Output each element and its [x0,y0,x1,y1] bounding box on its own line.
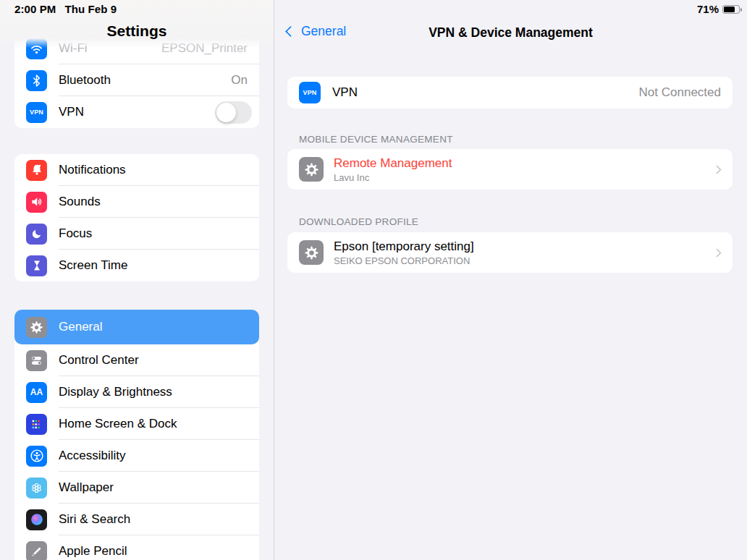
epson-profile-row[interactable]: Epson [temporary setting] SEIKO EPSON CO… [287,232,733,273]
sidebar-item-label: General [59,320,102,334]
sidebar-group-general: General Control Center AA Display & Brig… [14,310,259,560]
sidebar-item-label: Home Screen & Dock [59,417,177,431]
sidebar-item-wallpaper[interactable]: Wallpaper [14,472,259,504]
sidebar-item-sounds[interactable]: Sounds [14,186,259,218]
sidebar-item-bluetooth[interactable]: Bluetooth On [14,64,259,96]
sidebar-item-siri-search[interactable]: Siri & Search [14,504,259,535]
sidebar-item-control-center[interactable]: Control Center [14,344,259,376]
wallpaper-icon [26,478,47,499]
section-header-mdm: MOBILE DEVICE MANAGEMENT [299,134,733,145]
pane-divider [274,0,274,560]
pencil-icon [26,541,47,560]
sidebar-group-notifications: Notifications Sounds Focus Screen Time [14,154,259,281]
detail-content: VPN VPN Not Connected MOBILE DEVICE MANA… [287,77,733,273]
section-header-downloaded-profile: DOWNLOADED PROFILE [299,216,733,227]
status-date: Thu Feb 9 [64,3,117,15]
remote-management-row[interactable]: Remote Management Lavu Inc [287,149,733,190]
control-center-icon [26,350,47,371]
chevron-right-icon [712,165,722,174]
sidebar-item-label: Siri & Search [59,512,130,527]
sidebar-item-focus[interactable]: Focus [14,218,259,250]
sidebar-item-label: Screen Time [59,258,127,273]
sidebar-item-label: Control Center [59,353,139,368]
speaker-icon [26,192,47,213]
status-bar: 2:00 PMThu Feb 9 71% [0,0,747,20]
detail-pane: General VPN & Device Management VPN VPN … [274,0,747,560]
sidebar-item-label: Apple Pencil [59,544,127,559]
epson-profile-title: Epson [temporary setting] [334,239,704,254]
sidebar-item-label: Focus [59,226,92,241]
battery-percent-label: 71% [697,3,719,15]
epson-profile-subtitle: SEIKO EPSON CORPORATION [334,255,704,266]
status-time-date: 2:00 PMThu Feb 9 [14,3,117,15]
vpn-row-label: VPN [332,85,358,99]
ipad-settings-screen: { "status_bar": { "time": "2:00 PM", "da… [0,0,747,560]
hourglass-icon [26,255,47,276]
profile-gear-icon [299,157,324,182]
accessibility-icon [26,446,47,467]
vpn-status-value: Not Connected [639,85,721,100]
sidebar-item-screen-time[interactable]: Screen Time [14,250,259,281]
sidebar-item-label: VPN [59,105,84,119]
vpn-badge-icon: VPN [26,102,47,123]
battery-icon [722,5,740,14]
home-screen-icon [26,414,47,435]
display-icon: AA [26,382,47,403]
profile-gear-icon [299,240,324,265]
sidebar-item-display-brightness[interactable]: AA Display & Brightness [14,376,259,408]
sidebar-item-accessibility[interactable]: Accessibility [14,440,259,472]
sidebar-item-label: Wallpaper [59,480,114,495]
sidebar-title: Settings [0,22,274,40]
downloaded-profile-card: Epson [temporary setting] SEIKO EPSON CO… [287,232,733,273]
status-time: 2:00 PM [14,3,56,15]
status-battery: 71% [697,3,740,15]
remote-management-subtitle: Lavu Inc [334,172,704,183]
sidebar-item-notifications[interactable]: Notifications [14,154,259,186]
sidebar-item-apple-pencil[interactable]: Apple Pencil [14,535,259,560]
remote-management-title: Remote Management [334,156,704,171]
chevron-right-icon [712,248,722,258]
sidebar-item-general[interactable]: General [14,310,259,344]
sidebar-item-label: Bluetooth [59,73,111,88]
vpn-badge-text: VPN [303,89,316,96]
vpn-badge-text: VPN [30,109,43,116]
vpn-card: VPN VPN Not Connected [287,77,733,109]
bluetooth-icon [26,70,47,91]
siri-icon [26,509,47,530]
sidebar-item-label: Sounds [59,195,101,209]
gear-icon [26,317,47,338]
mdm-card: Remote Management Lavu Inc [287,149,733,190]
vpn-toggle[interactable] [215,101,252,124]
bluetooth-status-value: On [231,73,248,88]
settings-sidebar: Wi-Fi EPSON_Printer Bluetooth On VPN VPN [0,0,274,560]
vpn-status-row[interactable]: VPN VPN Not Connected [287,77,733,109]
display-badge-text: AA [30,387,43,397]
moon-icon [26,224,47,245]
page-title: VPN & Device Management [274,25,747,41]
sidebar-item-label: Display & Brightness [59,385,172,399]
bell-icon [26,160,47,181]
vpn-badge-icon: VPN [299,82,321,103]
sidebar-item-home-screen-dock[interactable]: Home Screen & Dock [14,408,259,440]
sidebar-item-label: Accessibility [59,449,126,463]
sidebar-item-label: Notifications [59,163,126,177]
sidebar-item-vpn[interactable]: VPN VPN [14,96,259,128]
